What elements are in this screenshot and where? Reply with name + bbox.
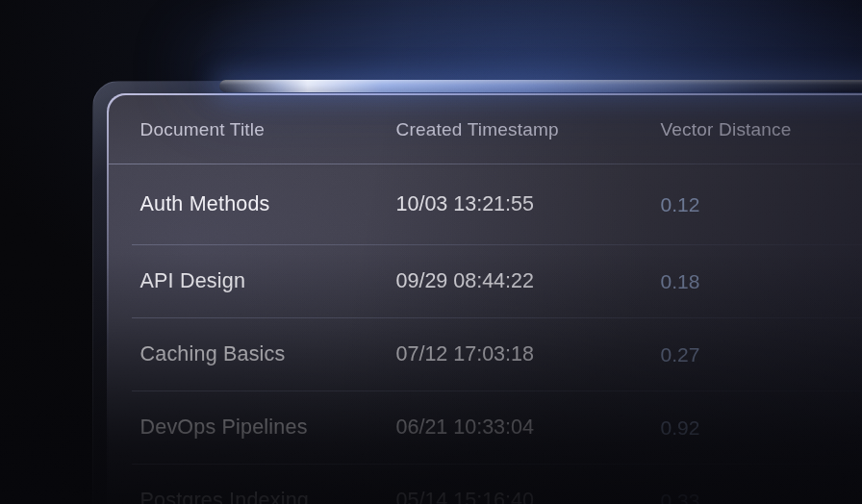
scene: Document Title Created Timestamp Vector …	[0, 0, 862, 504]
table-row[interactable]: Auth Methods 10/03 13:21:55 0.12	[109, 164, 862, 245]
vector-distance-cell: 0.27	[661, 343, 862, 366]
document-title-cell: Caching Basics	[140, 342, 396, 366]
created-timestamp-cell: 07/12 17:03:18	[396, 342, 661, 366]
vector-distance-cell: 0.92	[661, 416, 862, 440]
created-timestamp-cell: 05/14 15:16:40	[396, 489, 661, 504]
column-header-document-title: Document Title	[140, 119, 396, 140]
created-timestamp-cell: 06/21 10:33:04	[396, 416, 661, 440]
document-title-cell: Postgres Indexing	[140, 489, 396, 504]
table-row[interactable]: Postgres Indexing 05/14 15:16:40 0.33	[109, 465, 862, 504]
top-edge-glow	[219, 80, 862, 92]
table-card-frame: Document Title Created Timestamp Vector …	[92, 81, 862, 504]
documents-table-card: Document Title Created Timestamp Vector …	[109, 95, 862, 504]
column-header-vector-distance: Vector Distance	[661, 119, 862, 140]
document-title-cell: DevOps Pipelines	[140, 416, 396, 440]
created-timestamp-cell: 09/29 08:44:22	[396, 269, 661, 293]
vector-distance-cell: 0.12	[661, 193, 862, 216]
table-row[interactable]: Caching Basics 07/12 17:03:18 0.27	[109, 318, 862, 391]
vector-distance-cell: 0.33	[661, 490, 862, 504]
document-title-cell: API Design	[140, 269, 396, 293]
document-title-cell: Auth Methods	[140, 192, 396, 216]
table-row[interactable]: DevOps Pipelines 06/21 10:33:04 0.92	[109, 391, 862, 465]
created-timestamp-cell: 10/03 13:21:55	[396, 192, 661, 216]
column-header-created-timestamp: Created Timestamp	[396, 119, 661, 140]
card-gradient-border: Document Title Created Timestamp Vector …	[107, 93, 862, 504]
table-row[interactable]: API Design 09/29 08:44:22 0.18	[109, 245, 862, 318]
table-header-row: Document Title Created Timestamp Vector …	[109, 95, 862, 164]
vector-distance-cell: 0.18	[661, 270, 862, 293]
